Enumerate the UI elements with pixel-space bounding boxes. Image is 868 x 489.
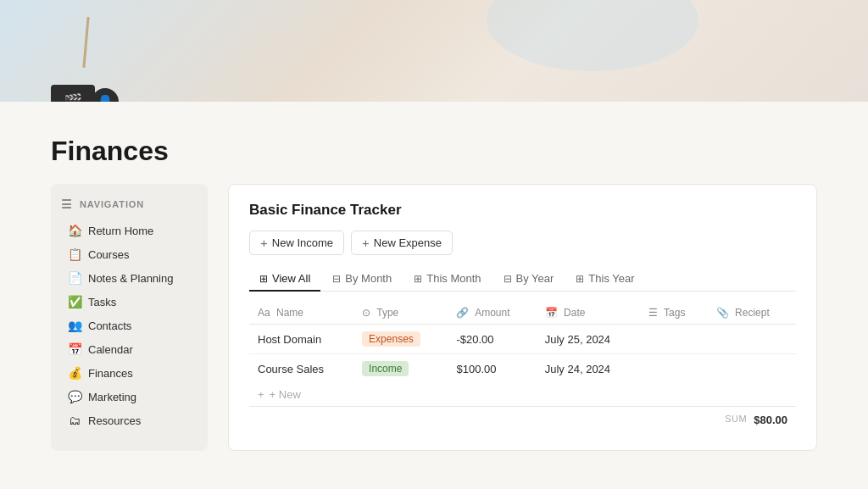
- tab-this-year[interactable]: ⊞ This Year: [565, 267, 644, 292]
- new-expense-button[interactable]: + New Expense: [351, 231, 453, 255]
- sum-value: $80.00: [754, 414, 787, 426]
- this-month-icon: ⊞: [414, 273, 422, 285]
- row-0-amount: -$20.00: [448, 325, 536, 354]
- tags-col-icon: ☰: [648, 307, 658, 319]
- tab-this-month[interactable]: ⊞ This Month: [403, 267, 491, 292]
- sum-label: SUM: [725, 414, 747, 426]
- resources-icon: 🗂: [68, 414, 81, 427]
- amount-col-icon: 🔗: [456, 307, 469, 319]
- view-all-icon: ⊞: [259, 273, 268, 285]
- row-1-date: July 24, 2024: [537, 354, 640, 384]
- by-year-icon: ⊟: [504, 273, 512, 285]
- plus-icon-2: +: [362, 236, 370, 250]
- hamburger-icon: ☰: [61, 197, 73, 211]
- tab-by-year[interactable]: ⊟ By Year: [493, 267, 565, 292]
- row-1-name: Course Sales: [249, 354, 353, 384]
- sidebar-item-finances[interactable]: 💰 Finances: [61, 362, 198, 384]
- tab-view-all[interactable]: ⊞ View All: [249, 267, 320, 292]
- table-row[interactable]: Course Sales Income $100.00 July 24, 202…: [249, 354, 796, 384]
- by-month-icon: ⊟: [332, 273, 341, 285]
- row-0-date: July 25, 2024: [537, 325, 640, 354]
- tasks-icon: ✅: [68, 295, 81, 308]
- type-badge-income: Income: [362, 361, 409, 376]
- sidebar-item-resources[interactable]: 🗂 Resources: [61, 409, 198, 431]
- date-col-icon: 📅: [545, 307, 558, 319]
- row-1-type: Income: [353, 354, 448, 384]
- row-0-tags: [640, 325, 708, 354]
- sidebar-item-contacts[interactable]: 👥 Contacts: [61, 314, 198, 336]
- add-new-row-button[interactable]: + + New: [249, 383, 796, 406]
- type-badge-expenses: Expenses: [362, 331, 420, 347]
- sidebar-item-marketing[interactable]: 💬 Marketing: [61, 386, 198, 408]
- courses-icon: 📋: [68, 247, 81, 261]
- logo-area: 🎬 👤: [51, 85, 119, 102]
- col-tags: ☰ Tags: [640, 302, 708, 325]
- plus-new-icon: +: [258, 388, 264, 401]
- table-header-row: Aa Name ⊙ Type 🔗 Amount 📅: [249, 302, 796, 325]
- receipt-col-icon: 📎: [716, 307, 729, 319]
- tab-by-month[interactable]: ⊟ By Month: [322, 267, 402, 292]
- nav-header: ☰ NAVIGATION: [61, 197, 198, 211]
- sidebar-item-notes-planning[interactable]: 📄 Notes & Planning: [61, 267, 198, 289]
- new-income-button[interactable]: + New Income: [249, 231, 344, 255]
- marketing-icon: 💬: [68, 390, 81, 403]
- sidebar: ☰ NAVIGATION 🏠 Return Home 📋 Courses 📄 N…: [51, 184, 208, 451]
- type-col-icon: ⊙: [362, 307, 370, 319]
- name-col-icon: Aa: [258, 307, 270, 319]
- finances-icon: 💰: [68, 366, 81, 380]
- sum-row: SUM $80.00: [249, 406, 796, 433]
- logo-circle: 👤: [92, 88, 119, 102]
- header-banner: 🎬 👤: [0, 0, 868, 102]
- sidebar-item-courses[interactable]: 📋 Courses: [61, 243, 198, 265]
- home-icon: 🏠: [68, 224, 81, 237]
- col-receipt: 📎 Reciept: [708, 302, 796, 325]
- row-1-receipt: [708, 354, 796, 384]
- new-row-label: + New: [270, 388, 301, 401]
- main-content: Finances ☰ NAVIGATION 🏠 Return Home 📋 Co…: [0, 102, 868, 468]
- row-1-amount: $100.00: [448, 354, 536, 384]
- col-date: 📅 Date: [537, 302, 640, 325]
- col-type: ⊙ Type: [353, 302, 448, 325]
- sidebar-item-tasks[interactable]: ✅ Tasks: [61, 291, 198, 313]
- sidebar-item-return-home[interactable]: 🏠 Return Home: [61, 219, 198, 242]
- tabs: ⊞ View All ⊟ By Month ⊞ This Month ⊟ By …: [249, 267, 796, 292]
- row-1-tags: [640, 354, 708, 384]
- row-0-receipt: [708, 325, 796, 354]
- notes-icon: 📄: [68, 271, 81, 285]
- col-amount: 🔗 Amount: [448, 302, 536, 325]
- action-buttons: + New Income + New Expense: [249, 231, 796, 255]
- row-0-name: Host Domain: [249, 325, 353, 354]
- table-row[interactable]: Host Domain Expenses -$20.00 July 25, 20…: [249, 325, 796, 354]
- page-title: Finances: [51, 136, 817, 167]
- tracker-panel: Basic Finance Tracker + New Income + New…: [228, 184, 817, 451]
- sidebar-item-calendar[interactable]: 📅 Calendar: [61, 338, 198, 360]
- finance-table: Aa Name ⊙ Type 🔗 Amount 📅: [249, 302, 796, 383]
- tracker-title: Basic Finance Tracker: [249, 202, 796, 219]
- calendar-icon: 📅: [68, 342, 81, 356]
- this-year-icon: ⊞: [576, 273, 584, 285]
- contacts-icon: 👥: [68, 319, 81, 332]
- layout: ☰ NAVIGATION 🏠 Return Home 📋 Courses 📄 N…: [51, 184, 817, 451]
- col-name: Aa Name: [249, 302, 353, 325]
- plus-icon: +: [260, 236, 268, 250]
- logo-icon: 🎬: [51, 85, 95, 102]
- row-0-type: Expenses: [353, 325, 448, 354]
